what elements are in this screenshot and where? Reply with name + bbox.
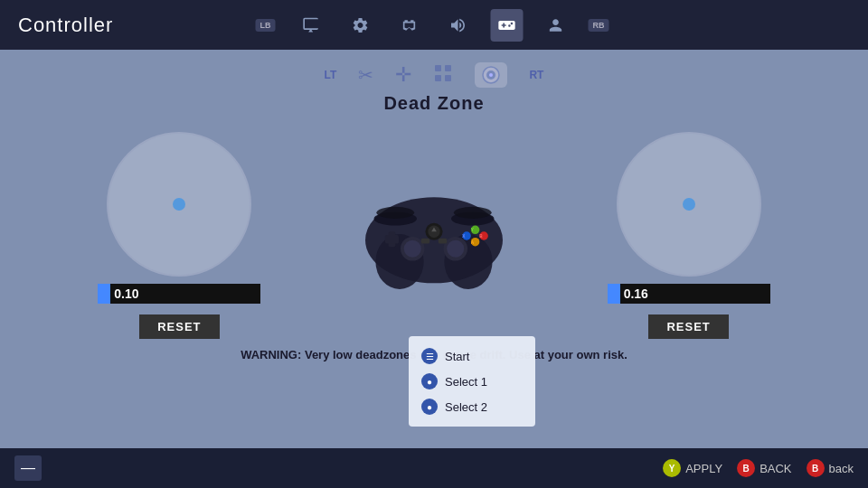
deadzone-subtab[interactable] <box>475 62 507 88</box>
controller-svg: Y B X A <box>348 168 520 304</box>
section-title: Dead Zone <box>383 93 484 114</box>
volume-icon[interactable] <box>442 9 475 42</box>
gear-icon[interactable] <box>344 9 377 42</box>
select1-label: Select 1 <box>445 375 487 389</box>
svg-rect-25 <box>439 238 448 243</box>
grid-subtab[interactable] <box>433 63 453 88</box>
minus-button[interactable]: — <box>14 455 42 481</box>
start-label: Start <box>445 350 469 363</box>
left-value-indicator <box>98 284 110 304</box>
svg-point-6 <box>489 73 493 77</box>
controller-image: Y B X A <box>348 168 520 304</box>
svg-rect-17 <box>385 235 399 244</box>
b-button-2: B <box>807 459 825 477</box>
gamepad-config-icon[interactable] <box>393 9 426 42</box>
svg-rect-0 <box>435 65 441 71</box>
left-value-text: 0.10 <box>114 286 138 301</box>
svg-rect-3 <box>445 75 451 81</box>
svg-point-26 <box>376 206 414 218</box>
select1-icon: ● <box>421 373 438 389</box>
profile-icon[interactable] <box>540 9 572 42</box>
apply-action[interactable]: Y APPLY <box>663 459 722 477</box>
b-button-1: B <box>737 459 755 477</box>
svg-point-13 <box>404 239 421 257</box>
page-title: Controller <box>18 14 113 37</box>
bottom-right: Y APPLY B BACK B back <box>663 459 854 477</box>
select2-label: Select 2 <box>445 400 487 414</box>
header: Controller LB RB <box>0 0 868 50</box>
right-value-bar[interactable]: 0.16 <box>608 284 770 304</box>
left-value-bar[interactable]: 0.10 <box>98 284 260 304</box>
scissors-subtab[interactable]: ✂ <box>358 64 373 86</box>
header-nav-icons: LB RB <box>256 9 613 42</box>
controller-active-icon[interactable] <box>491 9 524 42</box>
minus-label: — <box>21 460 35 476</box>
svg-text:A: A <box>471 239 475 244</box>
back-action-2[interactable]: B back <box>807 459 854 477</box>
left-stick-section: 0.10 RESET <box>98 132 260 339</box>
back-action-1[interactable]: B BACK <box>737 459 791 477</box>
rb-button[interactable]: RB <box>589 19 609 32</box>
dropdown-item-select2[interactable]: ● Select 2 <box>409 394 535 419</box>
back-label-1: BACK <box>760 462 791 475</box>
left-stick-dot <box>173 198 185 211</box>
svg-rect-2 <box>435 75 441 81</box>
apply-label: APPLY <box>685 462 722 475</box>
back-label-2: back <box>829 462 854 475</box>
y-button: Y <box>663 459 681 477</box>
lt-subtab[interactable]: LT <box>325 69 337 81</box>
right-stick-circle <box>617 132 761 277</box>
dropdown-popup: ☰ Start ● Select 1 ● Select 2 <box>409 336 535 427</box>
svg-point-27 <box>454 206 492 218</box>
right-value-indicator <box>608 284 620 304</box>
right-stick-section: 0.16 RESET <box>608 132 770 339</box>
move-subtab[interactable]: ✛ <box>395 63 411 87</box>
deadzone-area: 0.10 RESET <box>0 132 868 339</box>
svg-point-15 <box>447 239 464 257</box>
right-reset-button[interactable]: RESET <box>648 314 728 339</box>
dropdown-item-select1[interactable]: ● Select 1 <box>409 369 535 394</box>
rt-subtab[interactable]: RT <box>529 69 543 81</box>
right-value-text: 0.16 <box>624 286 648 301</box>
svg-rect-24 <box>421 238 430 243</box>
main-content: LT ✂ ✛ RT Dead Zone <box>0 50 868 488</box>
bottom-bar: — Y APPLY B BACK B back <box>0 448 868 488</box>
right-stick-dot <box>683 198 695 211</box>
svg-rect-1 <box>445 65 451 71</box>
bottom-left: — <box>14 455 42 481</box>
svg-text:B: B <box>479 233 483 238</box>
dropdown-item-start[interactable]: ☰ Start <box>409 343 535 369</box>
subtab-bar: LT ✂ ✛ RT <box>325 62 544 88</box>
start-icon: ☰ <box>421 348 438 364</box>
left-reset-button[interactable]: RESET <box>139 314 219 339</box>
left-stick-circle <box>107 132 251 277</box>
select2-icon: ● <box>421 399 438 415</box>
lb-button[interactable]: LB <box>256 19 276 32</box>
monitor-icon[interactable] <box>296 9 328 42</box>
